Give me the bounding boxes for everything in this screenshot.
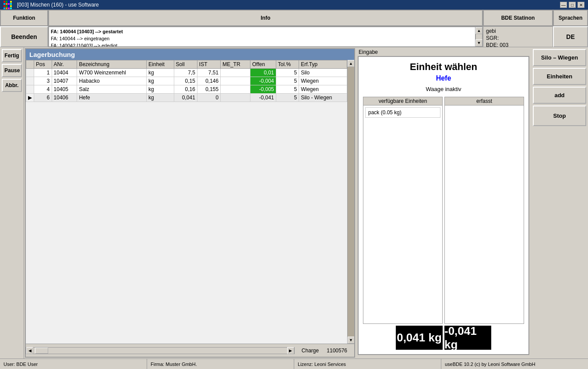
scroll-down-btn[interactable]: ▼ — [475, 39, 482, 46]
log-line-1: FA: 140044 [10403] --> gestartet — [51, 28, 473, 35]
table-row[interactable]: ▶ 6 10406 Hefe kg 0,041 0 -0,041 5 Silo — [26, 94, 347, 102]
status-user: User: BDE User — [0, 359, 147, 369]
table-row[interactable]: 1 10404 W700 Weinzenmehl kg 7,5 7,51 0,0… — [26, 69, 347, 77]
scroll-left-btn[interactable]: ◀ — [26, 347, 33, 354]
log-line-3: FA: 140042 [10403] --> erledigt — [51, 42, 473, 47]
fertig-button[interactable]: Fertig — [2, 49, 22, 62]
info-log: FA: 140044 [10403] --> gestartet FA: 140… — [49, 27, 475, 47]
captured-units-col: erfasst — [444, 97, 524, 324]
beenden-button[interactable]: Beenden — [0, 26, 48, 47]
captured-units-header: erfasst — [445, 97, 524, 105]
einheit-subtitle: Hefe — [436, 74, 451, 82]
einheit-title: Einheit wählen — [410, 61, 477, 73]
pause-button[interactable]: Pause — [2, 64, 22, 77]
log-line-2: FA: 140044 --> eingetragen — [51, 35, 473, 42]
display-right: -0,041 kg — [444, 326, 491, 350]
status-firma: Firma: Muster GmbH. — [147, 359, 294, 369]
pack-item[interactable]: pack (0.05 kg) — [365, 107, 440, 118]
funktion-header: Funktion — [0, 10, 48, 26]
units-row: verfügbare Einheiten pack (0.05 kg) erfa… — [363, 97, 524, 324]
sprachen-header: Sprachen — [553, 10, 588, 26]
charge-info: Charge 1100576 — [295, 347, 354, 354]
bottom-displays: 0,041 kg -0,041 kg — [396, 326, 491, 350]
einheit-panel: Einheit wählen Hefe Waage inaktiv verfüg… — [358, 56, 529, 355]
title-bar: [003] Mischen (160) - use Software — □ ✕ — [0, 0, 588, 10]
table-scrollbar[interactable]: ▲ ▼ — [347, 60, 354, 344]
display-left: 0,041 kg — [396, 326, 443, 350]
far-right-buttons: Silo – Wiegen Einheiten add Stop — [531, 47, 588, 358]
col-erf_typ: Erf.Typ — [299, 60, 347, 69]
status-version: useBDE 10.2 (c) by Leoni Software GmbH — [441, 359, 588, 369]
scroll-right-btn[interactable]: ▶ — [287, 347, 294, 354]
bde-header: BDE Statinon — [483, 10, 553, 26]
horizontal-scrollbar[interactable]: ◀ ▶ — [26, 347, 295, 354]
scroll-down-table[interactable]: ▼ — [348, 337, 355, 344]
add-button[interactable]: add — [533, 87, 586, 104]
data-table: Pos ANr. Bezeichnung Einheit Soll IST ME… — [26, 60, 347, 102]
table-row[interactable]: 3 10407 Habacko kg 0,15 0,146 -0,004 5 W… — [26, 77, 347, 85]
col-soll: Soll — [174, 60, 197, 69]
col-einheit: Einheit — [147, 60, 174, 69]
minimize-button[interactable]: — — [560, 2, 567, 8]
scroll-up-btn[interactable]: ▲ — [475, 27, 482, 34]
silo-wiegen-button[interactable]: Silo – Wiegen — [533, 49, 586, 66]
abbr-button[interactable]: Abbr. — [2, 79, 22, 92]
einheiten-button[interactable]: Einheiten — [533, 68, 586, 85]
status-lizenz: Lizenz: Leoni Services — [294, 359, 441, 369]
waage-status: Waage inaktiv — [426, 86, 461, 92]
main-area: Fertig Pause Abbr. Lagerbuchung Pos ANr.… — [0, 47, 588, 358]
scroll-up-table[interactable]: ▲ — [348, 60, 355, 67]
table-row[interactable]: 4 10405 Salz kg 0,16 0,155 -0,005 5 Wieg… — [26, 85, 347, 94]
available-units-content: pack (0.05 kg) — [363, 105, 442, 323]
title-bar-controls[interactable]: — □ ✕ — [560, 2, 584, 8]
de-button[interactable]: DE — [553, 26, 588, 47]
status-panel: gebi SGR: BDE: 003 — [483, 26, 553, 47]
second-row: Beenden FA: 140044 [10403] --> gestartet… — [0, 26, 588, 47]
scroll-track — [348, 67, 355, 337]
sidebar: Fertig Pause Abbr. — [0, 47, 24, 358]
app-icon — [4, 1, 12, 9]
col-pos: Pos — [34, 60, 52, 69]
available-units-header: verfügbare Einheiten — [363, 97, 442, 105]
table-title: Lagerbuchung — [26, 49, 354, 60]
window-title: [003] Mischen (160) - use Software — [17, 2, 99, 8]
title-bar-left: [003] Mischen (160) - use Software — [4, 1, 99, 9]
col-anr: ANr. — [52, 60, 77, 69]
info-header: Info — [48, 10, 483, 26]
captured-units-content — [445, 105, 524, 323]
available-units-col: verfügbare Einheiten pack (0.05 kg) — [363, 97, 443, 324]
table-bottom: ◀ ▶ Charge 1100576 — [26, 344, 354, 357]
col-arrow — [26, 60, 34, 69]
maximize-button[interactable]: □ — [569, 2, 576, 8]
col-offen: Offen — [250, 60, 276, 69]
log-scrollbar[interactable]: ▲ ▼ — [475, 27, 482, 47]
col-tol: Tol.% — [276, 60, 299, 69]
charge-value: 1100576 — [327, 348, 347, 354]
table-area: Lagerbuchung Pos ANr. Bezeichnung Einhei… — [25, 48, 355, 358]
status-bar: User: BDE User Firma: Muster GmbH. Lizen… — [0, 358, 588, 369]
col-bezeichnung: Bezeichnung — [77, 60, 147, 69]
col-ist: IST — [197, 60, 220, 69]
scroll-thumb[interactable] — [35, 348, 48, 354]
col-me_tr: ME_TR — [221, 60, 250, 69]
charge-label: Charge — [302, 348, 319, 354]
right-panel: Eingabe Einheit wählen Hefe Waage inakti… — [356, 47, 531, 358]
table-header: Pos ANr. Bezeichnung Einheit Soll IST ME… — [26, 60, 347, 69]
header-row: Funktion Info BDE Statinon Sprachen — [0, 10, 588, 26]
close-button[interactable]: ✕ — [577, 2, 584, 8]
table-container: Pos ANr. Bezeichnung Einheit Soll IST ME… — [26, 60, 354, 357]
eingabe-label: Eingabe — [358, 49, 529, 55]
stop-button[interactable]: Stop — [533, 105, 586, 126]
